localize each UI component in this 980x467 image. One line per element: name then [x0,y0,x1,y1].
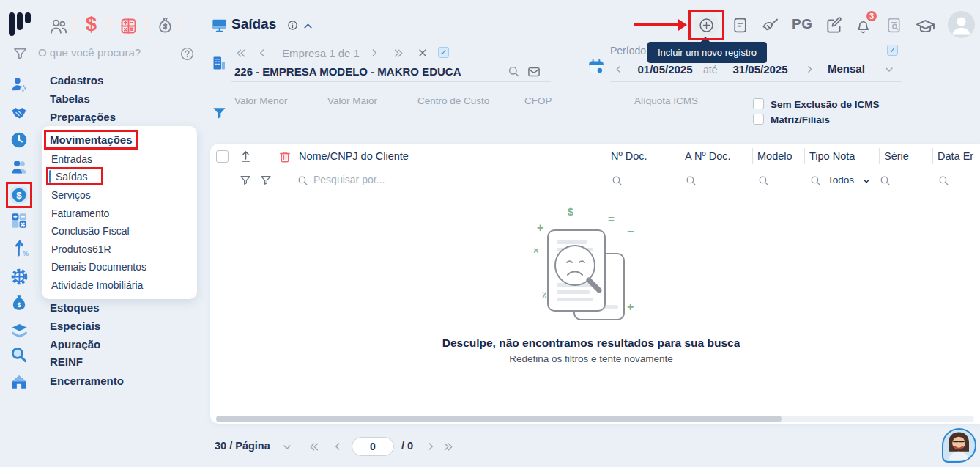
column-client[interactable]: Nome/CNPJ do Cliente [299,150,409,162]
filters-funnel-icon[interactable] [211,105,228,122]
support-chat-avatar[interactable] [942,428,976,463]
edit-icon[interactable] [825,16,844,35]
filter-cfop-label[interactable]: CFOP [524,95,552,106]
sidebar-item-estoques[interactable]: Estoques [50,301,100,314]
search-blue-icon[interactable] [9,345,29,365]
to-doc-search-icon[interactable] [685,174,697,187]
clients-icon[interactable] [48,16,69,37]
broom-icon[interactable] [760,16,780,36]
page-number-input[interactable] [352,437,394,456]
prev-page-icon[interactable] [332,441,344,452]
sidebar-item-preparacoes[interactable]: Preparações [50,111,116,123]
date-search-icon[interactable] [938,174,950,187]
column-model[interactable]: Modelo [757,150,792,162]
collapse-chevron-icon[interactable] [302,20,314,32]
last-page-icon[interactable] [442,441,455,453]
filter-aliquota-icms-label[interactable]: Alíquota ICMS [634,95,698,106]
info-icon[interactable] [287,20,298,31]
table-funnel-icon[interactable] [239,174,252,187]
select-all-checkbox[interactable] [216,150,229,163]
trending-up-icon[interactable]: % [9,238,29,259]
sidebar-item-apuracao[interactable]: Apuração [50,338,100,350]
handshake-icon[interactable] [9,102,29,122]
table-funnel-icon[interactable] [259,174,272,187]
model-search-icon[interactable] [757,174,770,187]
people-icon[interactable] [9,156,29,177]
sidebar-item-encerramento[interactable]: Encerramento [50,375,124,387]
company-clear-icon[interactable] [417,47,428,59]
horizontal-scrollbar-thumb[interactable] [216,416,782,422]
company-next-icon[interactable] [368,47,380,59]
first-page-icon[interactable] [308,441,320,453]
period-mode-select[interactable]: Mensal [828,62,865,75]
submenu-item-atividade-imobiliaria[interactable]: Atividade Imobiliária [51,279,143,291]
add-record-button[interactable] [694,12,719,37]
sidebar-item-tabelas[interactable]: Tabelas [50,92,90,105]
column-series[interactable]: Série [884,150,909,162]
page-size-select[interactable]: 30 / Página [215,440,270,452]
calculator-blue-icon[interactable] [9,210,29,231]
note-type-chevron-icon[interactable] [861,176,872,186]
doc-search-icon[interactable] [611,174,623,187]
document-search-icon[interactable] [885,16,903,34]
help-icon[interactable] [179,46,195,62]
layers-icon[interactable] [9,320,29,341]
graduation-cap-icon[interactable] [915,16,936,37]
filter-icon[interactable] [12,45,29,62]
company-first-icon[interactable] [234,47,247,59]
company-search-icon[interactable] [507,65,521,78]
period-start-date[interactable]: 01/05/2025 [630,63,700,76]
submenu-item-produtos61r[interactable]: Produtos61R [51,243,111,255]
filter-valor-menor-label[interactable]: Valor Menor [234,95,288,106]
column-to-doc[interactable]: A Nº Doc. [685,150,731,162]
note-type-select[interactable]: Todos [828,174,854,185]
sidebar-item-cadastros[interactable]: Cadastros [50,74,103,87]
company-checkbox[interactable]: ✓ [438,47,449,58]
filter-valor-maior-label[interactable]: Valor Maior [327,95,377,106]
submenu-item-demais-documentos[interactable]: Demais Documentos [51,261,146,273]
submenu-item-entradas[interactable]: Entradas [51,153,92,165]
column-date[interactable]: Data Er [938,150,973,162]
money-bag-icon[interactable] [155,15,175,35]
search-input[interactable] [38,46,174,59]
period-next-icon[interactable] [804,64,815,75]
period-prev-icon[interactable] [613,64,624,75]
page-size-chevron-icon[interactable] [281,441,293,453]
settings-gear-icon[interactable] [9,266,29,287]
sidebar-item-movimentacoes[interactable]: Movimentações [50,133,133,146]
user-avatar[interactable] [948,11,975,38]
sidebar-item-especiais[interactable]: Especiais [50,320,100,332]
filter-centro-custo-label[interactable]: Centro de Custo [417,95,489,106]
next-page-icon[interactable] [425,441,437,452]
period-checkbox[interactable]: ✓ [887,45,898,56]
company-prev-icon[interactable] [256,47,268,59]
client-search-input[interactable] [313,174,423,185]
period-mode-chevron-icon[interactable] [883,64,895,76]
money-bag-blue-icon[interactable]: $ [9,293,29,313]
sales-icon[interactable]: $ [9,185,29,205]
sem-exclusao-icms-checkbox[interactable] [753,98,764,109]
submenu-item-servicos[interactable]: Serviços [51,189,91,201]
app-logo[interactable] [9,12,34,36]
company-last-icon[interactable] [393,47,405,59]
submenu-item-conclusao-fiscal[interactable]: Conclusão Fiscal [51,225,130,237]
note-type-search-icon[interactable] [809,174,822,187]
delete-icon[interactable] [278,150,292,164]
matriz-filiais-checkbox[interactable] [753,114,764,125]
company-name[interactable]: 226 - EMPRESA MODELO - MAKRO EDUCA [234,65,461,78]
financial-icon[interactable]: $ [86,13,97,36]
period-end-date[interactable]: 31/05/2025 [725,63,795,76]
home-icon[interactable] [9,372,29,392]
column-note-type[interactable]: Tipo Nota [809,150,855,162]
submenu-item-faturamento[interactable]: Faturamento [51,207,109,219]
sidebar-item-reinf[interactable]: REINF [50,356,83,368]
user-settings-icon[interactable] [9,74,29,95]
export-icon[interactable] [238,149,253,164]
submenu-item-saidas[interactable]: Saídas [56,171,88,183]
document-icon[interactable] [731,16,749,34]
clock-icon[interactable] [9,130,29,150]
pg-button[interactable]: PG [792,16,812,32]
calculator-icon[interactable] [119,16,138,36]
envelope-icon[interactable] [527,65,541,79]
column-doc[interactable]: Nº Doc. [611,150,647,162]
